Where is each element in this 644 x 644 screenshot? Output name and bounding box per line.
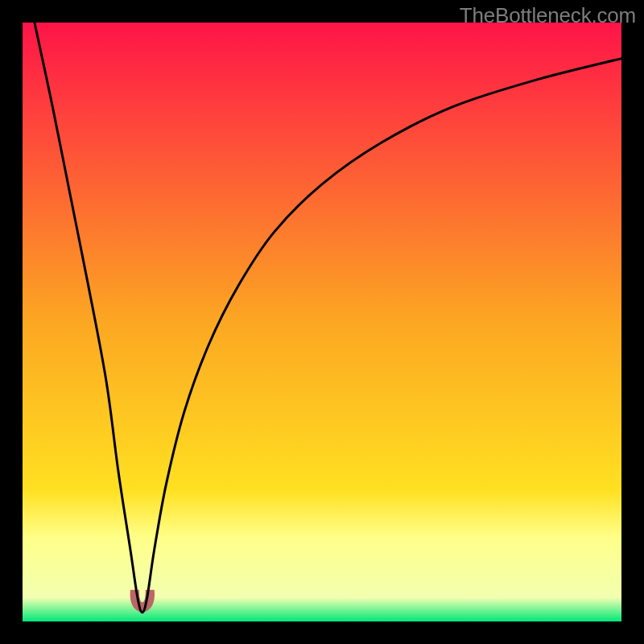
gradient-background <box>23 23 621 621</box>
chart-svg <box>23 23 621 621</box>
chart-frame: TheBottleneck.com <box>0 0 644 644</box>
watermark-text: TheBottleneck.com <box>460 3 636 28</box>
chart-plot-area <box>23 23 621 621</box>
